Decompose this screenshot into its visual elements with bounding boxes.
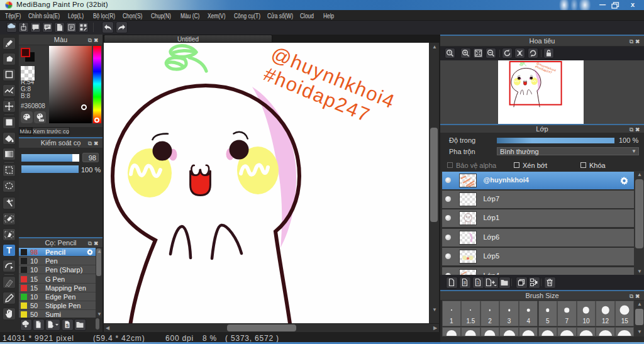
svg-text:8: 8 [464, 280, 466, 285]
svg-text:1: 1 [477, 280, 479, 285]
svg-text:S: S [66, 323, 69, 328]
